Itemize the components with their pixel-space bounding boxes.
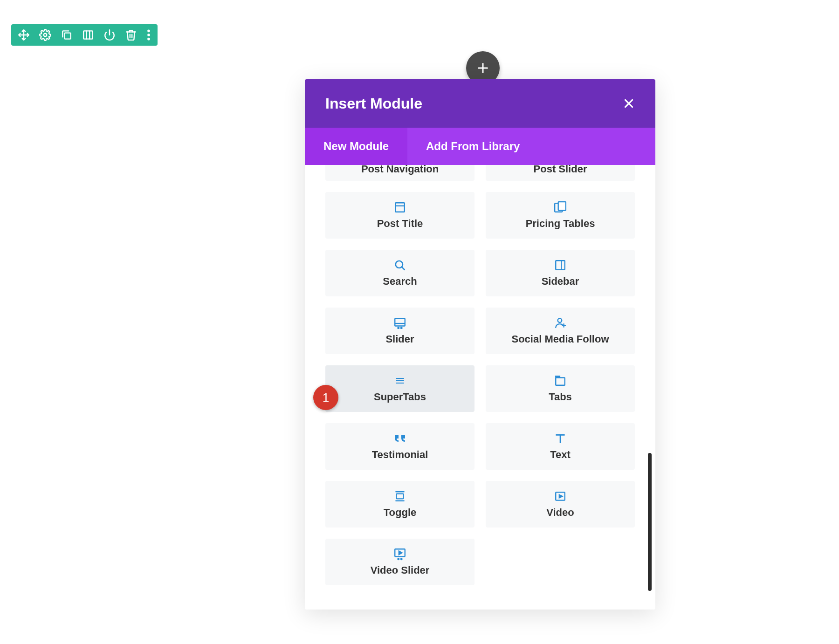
module-video-slider[interactable]: Video Slider bbox=[325, 539, 475, 585]
move-icon[interactable] bbox=[18, 29, 30, 41]
tab-new-module[interactable]: New Module bbox=[305, 128, 407, 165]
module-label: Post Title bbox=[377, 218, 423, 230]
social-icon bbox=[554, 316, 566, 329]
columns-icon[interactable] bbox=[82, 29, 94, 41]
supertabs-icon bbox=[395, 374, 405, 387]
tab-add-from-library[interactable]: Add From Library bbox=[407, 128, 538, 165]
module-testimonial[interactable]: Testimonial bbox=[325, 423, 475, 470]
testimonial-icon bbox=[393, 432, 407, 445]
svg-rect-17 bbox=[556, 260, 565, 270]
svg-marker-38 bbox=[399, 551, 402, 555]
module-label: Video Slider bbox=[371, 564, 430, 576]
svg-rect-14 bbox=[558, 202, 566, 210]
module-search[interactable]: Search bbox=[325, 250, 475, 296]
insert-module-modal: Insert Module New Module Add From Librar… bbox=[305, 79, 655, 610]
modal-title: Insert Module bbox=[325, 95, 422, 112]
svg-point-40 bbox=[401, 558, 402, 560]
svg-line-16 bbox=[402, 267, 405, 270]
module-label: Text bbox=[550, 449, 571, 461]
module-pricing-tables[interactable]: Pricing Tables bbox=[486, 192, 635, 239]
svg-rect-2 bbox=[83, 31, 93, 39]
module-post-navigation[interactable]: Post Navigation bbox=[325, 165, 475, 181]
search-icon bbox=[394, 259, 406, 272]
module-supertabs[interactable]: SuperTabs bbox=[325, 365, 475, 412]
row-toolbar bbox=[11, 24, 158, 46]
slider-icon bbox=[393, 316, 406, 329]
module-label: Post Navigation bbox=[361, 165, 439, 175]
module-label: Slider bbox=[385, 333, 414, 345]
module-sidebar[interactable]: Sidebar bbox=[486, 250, 635, 296]
plus-icon bbox=[478, 63, 488, 73]
toggle-icon bbox=[394, 490, 406, 503]
module-label: Toggle bbox=[384, 507, 416, 519]
video-slider-icon bbox=[393, 548, 406, 561]
module-social-media-follow[interactable]: Social Media Follow bbox=[486, 308, 635, 354]
module-post-title[interactable]: Post Title bbox=[325, 192, 475, 239]
svg-point-23 bbox=[558, 318, 562, 322]
module-toggle[interactable]: Toggle bbox=[325, 481, 475, 528]
svg-point-6 bbox=[147, 30, 150, 33]
duplicate-icon[interactable] bbox=[61, 29, 73, 41]
module-label: Video bbox=[546, 507, 574, 519]
module-label: Sidebar bbox=[542, 275, 579, 288]
module-post-slider[interactable]: Post Slider bbox=[486, 165, 635, 181]
module-label: Pricing Tables bbox=[526, 218, 595, 230]
module-label: SuperTabs bbox=[374, 391, 426, 403]
svg-point-22 bbox=[401, 327, 402, 329]
svg-rect-34 bbox=[396, 494, 403, 499]
modal-body: Post Navigation Post Slider Post Title P… bbox=[305, 165, 655, 610]
gear-icon[interactable] bbox=[39, 29, 51, 41]
svg-point-21 bbox=[398, 327, 399, 329]
module-label: Post Slider bbox=[534, 165, 587, 175]
badge-number: 1 bbox=[323, 391, 329, 405]
module-label: Tabs bbox=[549, 391, 572, 403]
sidebar-icon bbox=[554, 259, 566, 272]
modal-tabs: New Module Add From Library bbox=[305, 128, 655, 165]
annotation-badge-1: 1 bbox=[313, 385, 338, 410]
svg-rect-1 bbox=[65, 33, 71, 39]
svg-rect-11 bbox=[395, 203, 405, 212]
svg-marker-36 bbox=[559, 495, 563, 498]
module-video[interactable]: Video bbox=[486, 481, 635, 528]
post-title-icon bbox=[394, 201, 406, 214]
svg-rect-19 bbox=[395, 318, 405, 326]
module-label: Search bbox=[383, 275, 417, 288]
module-label: Social Media Follow bbox=[511, 333, 609, 345]
trash-icon[interactable] bbox=[125, 29, 137, 41]
svg-point-39 bbox=[398, 558, 399, 560]
text-icon bbox=[554, 432, 566, 445]
svg-point-7 bbox=[147, 34, 150, 36]
tabs-icon bbox=[554, 374, 566, 387]
modal-header: Insert Module bbox=[305, 79, 655, 128]
module-label: Testimonial bbox=[372, 449, 428, 461]
module-grid: Post Navigation Post Slider Post Title P… bbox=[325, 165, 635, 585]
pricing-tables-icon bbox=[554, 201, 567, 214]
svg-rect-29 bbox=[556, 378, 565, 385]
more-icon[interactable] bbox=[146, 29, 151, 41]
power-icon[interactable] bbox=[103, 29, 116, 41]
svg-point-0 bbox=[44, 34, 47, 37]
video-icon bbox=[554, 490, 566, 503]
svg-point-8 bbox=[147, 38, 150, 41]
module-slider[interactable]: Slider bbox=[325, 308, 475, 354]
module-tabs[interactable]: Tabs bbox=[486, 365, 635, 412]
close-button[interactable] bbox=[623, 97, 635, 110]
module-text[interactable]: Text bbox=[486, 423, 635, 470]
scrollbar-thumb[interactable] bbox=[648, 453, 652, 591]
